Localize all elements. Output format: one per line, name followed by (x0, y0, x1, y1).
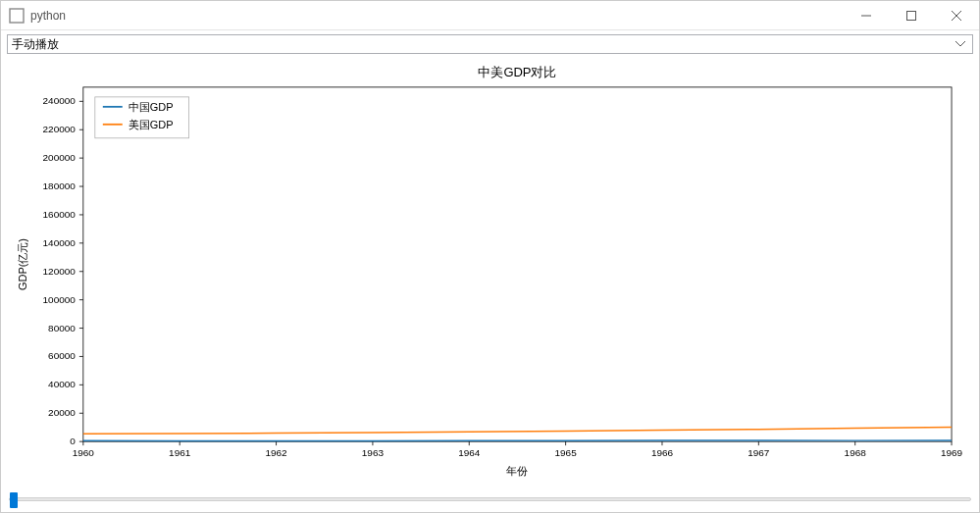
svg-text:GDP(亿元): GDP(亿元) (17, 238, 28, 290)
svg-text:1965: 1965 (555, 447, 578, 458)
svg-text:60000: 60000 (48, 350, 76, 361)
minimize-icon (861, 11, 871, 21)
close-icon (952, 11, 961, 21)
svg-text:年份: 年份 (506, 465, 528, 477)
svg-text:中国GDP: 中国GDP (129, 101, 174, 113)
app-icon (9, 8, 25, 24)
maximize-button[interactable] (889, 1, 934, 30)
svg-text:120000: 120000 (43, 266, 77, 277)
svg-text:0: 0 (70, 436, 76, 446)
timeline-slider[interactable] (9, 497, 971, 501)
svg-text:40000: 40000 (48, 379, 76, 389)
chart-area: 中美GDP对比196019611962196319641965196619671… (1, 56, 979, 490)
svg-text:美国GDP: 美国GDP (129, 119, 174, 130)
svg-text:20000: 20000 (48, 407, 76, 418)
svg-text:160000: 160000 (43, 209, 77, 220)
svg-text:1962: 1962 (265, 447, 287, 458)
slider-thumb[interactable] (10, 492, 18, 508)
svg-text:100000: 100000 (43, 294, 77, 305)
close-button[interactable] (934, 1, 979, 30)
svg-text:240000: 240000 (43, 95, 77, 106)
svg-text:200000: 200000 (43, 152, 77, 163)
svg-rect-5 (83, 87, 952, 441)
window-title: python (30, 9, 66, 23)
svg-text:1966: 1966 (651, 447, 674, 458)
svg-text:140000: 140000 (43, 237, 77, 248)
dropdown-selected-text: 手动播放 (12, 36, 953, 53)
svg-text:180000: 180000 (43, 180, 77, 191)
svg-rect-0 (10, 9, 24, 23)
playback-mode-dropdown[interactable]: 手动播放 (7, 34, 973, 54)
app-window: python 手动播放 中美GDP对比196019611962196319641… (0, 0, 980, 513)
svg-text:中美GDP对比: 中美GDP对比 (478, 65, 556, 79)
dropdown-row: 手动播放 (1, 30, 979, 56)
svg-text:1961: 1961 (169, 447, 191, 458)
svg-text:1960: 1960 (73, 447, 95, 458)
slider-row (1, 490, 979, 512)
svg-text:1964: 1964 (458, 447, 481, 458)
minimize-button[interactable] (844, 1, 889, 30)
svg-text:1967: 1967 (748, 447, 770, 458)
svg-text:1963: 1963 (362, 447, 385, 458)
chevron-down-icon (953, 35, 968, 53)
svg-text:80000: 80000 (48, 323, 76, 333)
maximize-icon (906, 11, 916, 21)
chart-svg: 中美GDP对比196019611962196319641965196619671… (7, 56, 973, 490)
svg-text:1968: 1968 (845, 447, 867, 458)
titlebar: python (1, 1, 979, 30)
svg-rect-2 (907, 11, 916, 20)
svg-text:1969: 1969 (941, 447, 963, 458)
svg-text:220000: 220000 (43, 124, 77, 134)
